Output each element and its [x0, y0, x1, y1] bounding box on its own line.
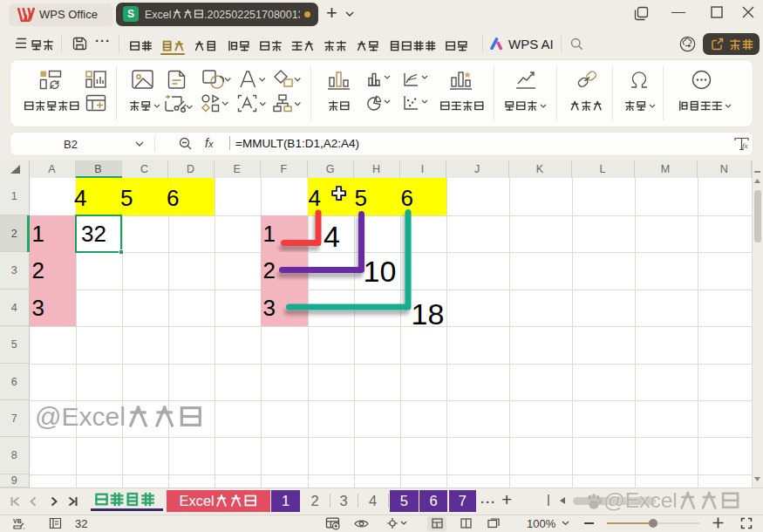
svg-text:VB: VB: [13, 518, 22, 524]
svg-text:fx: fx: [742, 141, 748, 150]
